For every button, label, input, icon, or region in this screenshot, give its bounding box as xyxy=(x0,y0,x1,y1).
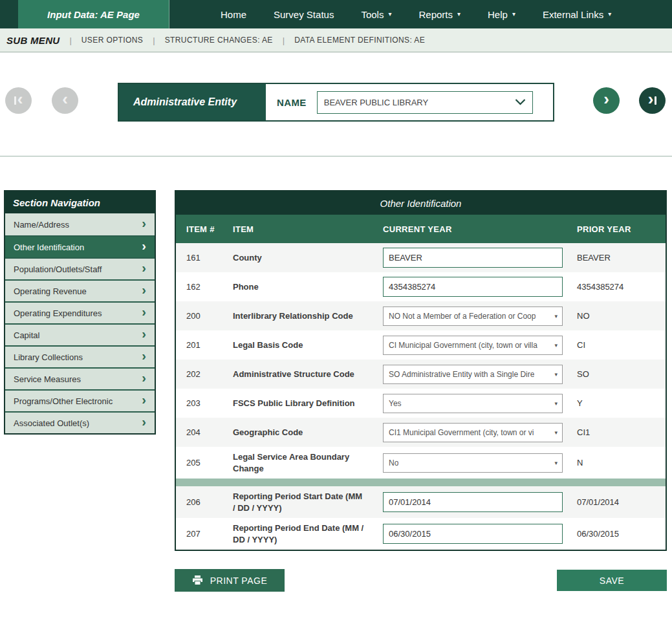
sidebar-item-operating-expenditures[interactable]: Operating Expenditures › xyxy=(5,301,155,323)
interlibrary-relationship-select[interactable]: NO Not a Member of a Federation or Coop … xyxy=(383,307,563,326)
item-number: 204 xyxy=(186,427,233,437)
chevron-right-icon: › xyxy=(142,371,146,384)
sidebar-title: Section Navigation xyxy=(5,191,155,213)
sidebar-item-label: Library Collections xyxy=(14,352,83,362)
administrative-structure-select[interactable]: SO Administrative Entity with a Single D… xyxy=(383,365,563,384)
sidebar-item-label: Associated Outlet(s) xyxy=(14,418,89,428)
fscs-definition-select[interactable]: Yes ▾ xyxy=(383,394,563,413)
start-date-input[interactable] xyxy=(383,492,563,512)
sidebar-item-name-address[interactable]: Name/Address › xyxy=(5,213,155,235)
print-page-button[interactable]: PRINT PAGE xyxy=(175,569,285,592)
item-label: Geographic Code xyxy=(233,427,383,438)
nav-item-help[interactable]: Help ▾ xyxy=(474,0,529,28)
caret-down-icon: ▾ xyxy=(608,11,611,17)
table-title: Other Identification xyxy=(176,191,666,215)
select-value: CI1 Municipal Government (city, town or … xyxy=(389,428,534,437)
page: Input Data: AE Page Home Survey Status T… xyxy=(0,0,672,624)
last-record-button[interactable]: › xyxy=(639,87,666,114)
county-input[interactable] xyxy=(383,248,563,268)
prior-year-value: 07/01/2014 xyxy=(577,497,666,507)
item-label: Interlibrary Relationship Code xyxy=(233,310,383,322)
sub-menu-bar: SUB MENU | USER OPTIONS | STRUCTURE CHAN… xyxy=(0,28,672,52)
select-value: SO Administrative Entity with a Single D… xyxy=(389,370,534,379)
content-area: Section Navigation Name/Address › Other … xyxy=(0,190,672,592)
sidebar-item-library-collections[interactable]: Library Collections › xyxy=(5,345,155,367)
chevron-left-icon: ‹ xyxy=(62,91,68,107)
submenu-item-user-options[interactable]: USER OPTIONS xyxy=(81,36,143,45)
table-row: 203 FSCS Public Library Definition Yes ▾… xyxy=(176,389,666,418)
chevron-right-icon: › xyxy=(142,393,146,406)
dropdown-arrow-icon: ▾ xyxy=(554,460,558,466)
sidebar-item-operating-revenue[interactable]: Operating Revenue › xyxy=(5,279,155,301)
table-row: 204 Geographic Code CI1 Municipal Govern… xyxy=(176,418,666,447)
prior-year-value: CI xyxy=(577,340,666,350)
dropdown-arrow-icon: ▾ xyxy=(554,313,558,319)
phone-input[interactable] xyxy=(383,277,563,297)
entity-name-select[interactable]: BEAVER PUBLIC LIBRARY xyxy=(317,91,533,114)
chevron-right-icon: › xyxy=(142,217,146,230)
nav-item-label: Tools xyxy=(361,9,384,20)
entity-name-value: BEAVER PUBLIC LIBRARY xyxy=(324,98,428,107)
select-value: NO Not a Member of a Federation or Coop xyxy=(389,312,536,321)
separator: | xyxy=(153,36,155,45)
col-current-year: CURRENT YEAR xyxy=(383,224,577,234)
submenu-item-structure-changes[interactable]: STRUCTURE CHANGES: AE xyxy=(165,36,273,45)
boundary-change-select[interactable]: No ▾ xyxy=(383,453,563,473)
item-number: 206 xyxy=(186,497,233,507)
nav-item-reports[interactable]: Reports ▾ xyxy=(405,0,474,28)
table-row: 202 Administrative Structure Code SO Adm… xyxy=(176,360,666,389)
active-tab-input-data-ae-page[interactable]: Input Data: AE Page xyxy=(18,0,169,28)
sidebar-item-capital[interactable]: Capital › xyxy=(5,323,155,345)
legal-basis-select[interactable]: CI Municipal Government (city, town or v… xyxy=(383,336,563,355)
end-date-input[interactable] xyxy=(383,524,563,544)
col-prior-year: PRIOR YEAR xyxy=(577,224,666,234)
next-record-button[interactable]: › xyxy=(593,87,620,114)
select-value: CI Municipal Government (city, town or v… xyxy=(389,341,537,350)
sidebar-item-other-identification[interactable]: Other Identification › xyxy=(5,235,155,257)
prior-year-value: SO xyxy=(577,369,666,379)
dropdown-arrow-icon: ▾ xyxy=(554,342,558,349)
chevron-down-icon xyxy=(515,99,526,105)
nav-item-label: Survey Status xyxy=(274,9,334,20)
name-label: NAME xyxy=(277,97,307,108)
first-record-button[interactable]: ‹ xyxy=(5,87,32,114)
previous-record-button[interactable]: ‹ xyxy=(52,87,78,114)
actions-row: PRINT PAGE SAVE xyxy=(175,569,667,592)
item-number: 207 xyxy=(186,529,233,539)
entity-name-area: NAME BEAVER PUBLIC LIBRARY xyxy=(266,84,553,120)
save-button[interactable]: SAVE xyxy=(557,570,667,591)
nav-item-home[interactable]: Home xyxy=(207,0,260,28)
sidebar-item-service-measures[interactable]: Service Measures › xyxy=(5,367,155,389)
chevron-right-icon: › xyxy=(142,305,146,318)
sidebar-item-associated-outlets[interactable]: Associated Outlet(s) › xyxy=(5,411,155,433)
entity-navigation-row: ‹ ‹ Administrative Entity NAME BEAVER PU… xyxy=(0,52,672,156)
separator: | xyxy=(69,36,71,45)
table-row: 200 Interlibrary Relationship Code NO No… xyxy=(176,301,666,330)
sidebar-item-label: Service Measures xyxy=(14,374,81,384)
nav-item-survey-status[interactable]: Survey Status xyxy=(260,0,347,28)
dropdown-arrow-icon: ▾ xyxy=(554,400,558,407)
sidebar-item-label: Other Identification xyxy=(14,242,84,252)
separator: | xyxy=(283,36,285,45)
dropdown-arrow-icon: ▾ xyxy=(554,429,558,436)
horizontal-divider xyxy=(0,156,672,156)
nav-item-label: Reports xyxy=(418,9,453,20)
table-row: 201 Legal Basis Code CI Municipal Govern… xyxy=(176,330,666,360)
sidebar-item-programs-other-electronic[interactable]: Programs/Other Electronic › xyxy=(5,389,155,411)
geographic-code-select[interactable]: CI1 Municipal Government (city, town or … xyxy=(383,423,563,442)
main-panel: Other Identification ITEM # ITEM CURRENT… xyxy=(175,190,667,592)
sidebar-item-population-outlets-staff[interactable]: Population/Outlets/Staff › xyxy=(5,257,155,279)
entity-selector-panel: Administrative Entity NAME BEAVER PUBLIC… xyxy=(118,83,554,122)
item-label: Reporting Period End Date (MM / DD / YYY… xyxy=(233,522,383,545)
nav-item-tools[interactable]: Tools ▾ xyxy=(347,0,405,28)
select-value: Yes xyxy=(389,399,402,408)
section-navigation-sidebar: Section Navigation Name/Address › Other … xyxy=(4,190,156,435)
sidebar-item-label: Operating Revenue xyxy=(14,286,87,296)
item-number: 202 xyxy=(186,369,233,379)
nav-item-external-links[interactable]: External Links ▾ xyxy=(529,0,625,28)
item-label: Legal Service Area Boundary Change xyxy=(233,451,383,474)
last-bar-icon xyxy=(655,96,656,105)
submenu-item-data-element-definitions[interactable]: DATA ELEMENT DEFINITIONS: AE xyxy=(294,36,425,45)
sidebar-item-label: Population/Outlets/Staff xyxy=(14,264,102,274)
printer-icon xyxy=(192,576,203,585)
